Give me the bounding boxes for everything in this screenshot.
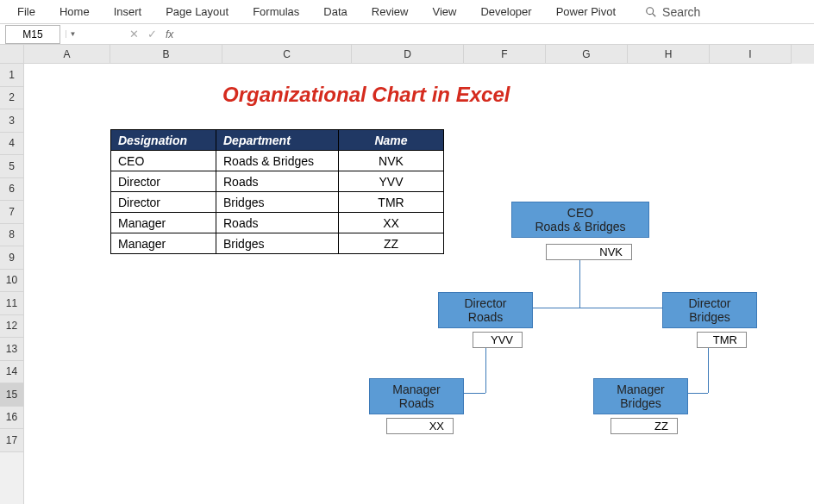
column-headers: A B C D F G H I [24, 45, 814, 64]
org-node-manager-roads[interactable]: Manager Roads [369, 378, 464, 414]
col-header-i[interactable]: I [710, 45, 792, 64]
row-header-8[interactable]: 8 [0, 224, 23, 247]
row-header-9[interactable]: 9 [0, 246, 23, 270]
name-formula-bar: M15 ▼ ✕ ✓ fx [0, 24, 814, 45]
row-header-13[interactable]: 13 [0, 338, 23, 361]
org-name-manager-roads[interactable]: XX [386, 418, 454, 434]
table-row[interactable]: Director Bridges TMR [111, 192, 444, 213]
th-name[interactable]: Name [339, 130, 444, 151]
row-header-11[interactable]: 11 [0, 292, 23, 315]
cell-department[interactable]: Bridges [216, 233, 339, 254]
select-all-corner[interactable] [0, 45, 23, 64]
tab-home[interactable]: Home [47, 2, 102, 22]
cell-designation[interactable]: Director [111, 171, 216, 192]
cell-designation[interactable]: Manager [111, 213, 216, 233]
org-node-director-bridges[interactable]: Director Bridges [662, 292, 757, 328]
name-box[interactable]: M15 [5, 25, 60, 44]
org-node-director-roads[interactable]: Director Roads [438, 292, 533, 328]
node-title: Manager [379, 383, 454, 396]
row-header-1[interactable]: 1 [0, 64, 23, 87]
formula-bar-input[interactable] [180, 24, 814, 44]
tab-view[interactable]: View [420, 2, 468, 22]
spreadsheet-grid: 1 2 3 4 5 6 7 8 9 10 11 12 13 14 15 16 1… [0, 45, 814, 504]
tab-formulas[interactable]: Formulas [241, 2, 311, 22]
svg-point-0 [647, 7, 654, 14]
cell-designation[interactable]: CEO [111, 151, 216, 171]
cell-department[interactable]: Roads [216, 171, 339, 192]
col-header-f[interactable]: F [464, 45, 546, 64]
row-header-17[interactable]: 17 [0, 429, 23, 452]
cell-name[interactable]: NVK [339, 151, 444, 171]
fx-icon[interactable]: fx [166, 28, 173, 40]
row-header-4[interactable]: 4 [0, 133, 23, 156]
connector-line [485, 348, 486, 393]
org-node-manager-bridges[interactable]: Manager Bridges [593, 378, 688, 414]
org-name-manager-bridges[interactable]: ZZ [610, 418, 678, 434]
row-header-5[interactable]: 5 [0, 155, 23, 178]
row-header-3[interactable]: 3 [0, 109, 23, 133]
row-header-16[interactable]: 16 [0, 407, 23, 430]
org-name-ceo[interactable]: NVK [546, 244, 632, 260]
th-department[interactable]: Department [216, 130, 339, 151]
cancel-icon[interactable]: ✕ [129, 28, 139, 40]
table-header-row: Designation Department Name [111, 130, 444, 151]
org-chart[interactable]: CEO Roads & Bridges NVK Director Roads Y… [352, 210, 809, 504]
row-headers: 1 2 3 4 5 6 7 8 9 10 11 12 13 14 15 16 1… [0, 45, 24, 504]
node-dept: Roads [448, 310, 523, 324]
org-name-director-roads[interactable]: YVV [473, 332, 523, 348]
col-header-g[interactable]: G [546, 45, 628, 64]
org-name-director-bridges[interactable]: TMR [697, 332, 747, 348]
name-box-dropdown-icon[interactable]: ▼ [66, 30, 79, 38]
node-title: Manager [603, 383, 679, 396]
search-box[interactable]: Search [645, 5, 700, 19]
node-dept: Roads & Bridges [521, 220, 640, 233]
tab-insert[interactable]: Insert [102, 2, 154, 22]
tab-review[interactable]: Review [360, 2, 421, 22]
node-dept: Bridges [603, 396, 679, 410]
ribbon-tabs: File Home Insert Page Layout Formulas Da… [0, 0, 814, 24]
connector-line [579, 260, 580, 308]
row-header-12[interactable]: 12 [0, 315, 23, 339]
page-title: Organizational Chart in Excel [222, 83, 510, 107]
node-dept: Roads [379, 396, 454, 410]
row-header-14[interactable]: 14 [0, 361, 23, 384]
node-title: Director [672, 296, 748, 310]
search-icon [645, 6, 657, 18]
cell-designation[interactable]: Director [111, 192, 216, 213]
confirm-icon[interactable]: ✓ [147, 28, 157, 40]
col-header-b[interactable]: B [110, 45, 222, 64]
tab-file[interactable]: File [5, 2, 47, 22]
cell-designation[interactable]: Manager [111, 233, 216, 254]
org-node-ceo[interactable]: CEO Roads & Bridges [511, 202, 649, 238]
tab-developer[interactable]: Developer [468, 2, 543, 22]
tab-data[interactable]: Data [311, 2, 359, 22]
node-title: Director [448, 296, 523, 310]
svg-line-1 [653, 13, 656, 16]
row-header-7[interactable]: 7 [0, 201, 23, 224]
col-header-c[interactable]: C [222, 45, 352, 64]
tab-page-layout[interactable]: Page Layout [153, 2, 241, 22]
row-header-15[interactable]: 15 [0, 383, 23, 407]
search-label: Search [662, 5, 700, 19]
cell-name[interactable]: YVV [339, 171, 444, 192]
cell-department[interactable]: Bridges [216, 192, 339, 213]
col-header-a[interactable]: A [24, 45, 110, 64]
node-dept: Bridges [672, 310, 748, 324]
cell-department[interactable]: Roads [216, 213, 339, 233]
th-designation[interactable]: Designation [111, 130, 216, 151]
node-title: CEO [521, 206, 640, 220]
cell-department[interactable]: Roads & Bridges [216, 151, 339, 171]
row-header-10[interactable]: 10 [0, 270, 23, 293]
tab-power-pivot[interactable]: Power Pivot [544, 2, 628, 22]
col-header-h[interactable]: H [628, 45, 710, 64]
table-row[interactable]: Director Roads YVV [111, 171, 444, 192]
connector-line [708, 348, 709, 393]
table-row[interactable]: CEO Roads & Bridges NVK [111, 151, 444, 171]
sheet-area[interactable]: A B C D F G H I Organizational Chart in … [24, 45, 814, 504]
cell-name[interactable]: TMR [339, 192, 444, 213]
row-header-6[interactable]: 6 [0, 178, 23, 202]
row-header-2[interactable]: 2 [0, 87, 23, 110]
col-header-d[interactable]: D [352, 45, 464, 64]
